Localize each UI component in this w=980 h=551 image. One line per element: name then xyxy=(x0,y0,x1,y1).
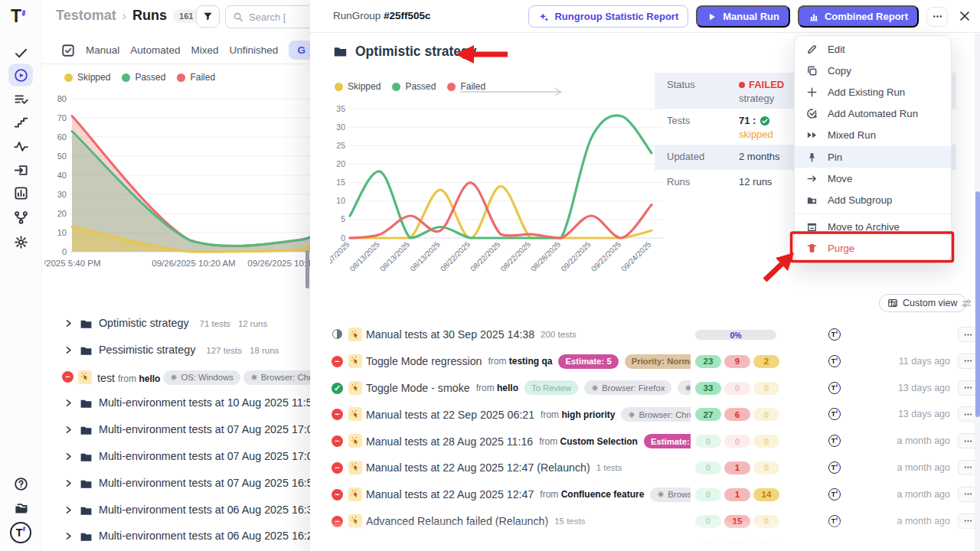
menu-item-add-existing-run[interactable]: Add Existing Run xyxy=(795,81,951,103)
badge: To Review xyxy=(524,380,578,395)
chevron-right-icon xyxy=(64,345,74,355)
rungroup-name[interactable]: Multi-environment tests at 06 Aug 2025 1… xyxy=(99,504,319,516)
run-name[interactable]: Manual tests at 30 Sep 2025 14:38 xyxy=(366,328,534,341)
ellipsis-icon xyxy=(963,356,973,366)
run-name[interactable]: Toggle Mode - smoke xyxy=(366,382,470,394)
menu-item-purge[interactable]: Purge xyxy=(795,238,951,259)
select-runs-icon[interactable] xyxy=(61,44,75,57)
obscured-text xyxy=(368,545,482,549)
rungroup-statistic-report-button[interactable]: Rungroup Statistic Report xyxy=(528,5,688,28)
menu-item-pin[interactable]: Pin xyxy=(795,146,951,168)
chevron-right-icon[interactable] xyxy=(64,478,74,491)
filter-button[interactable] xyxy=(196,5,220,28)
failed-status-icon: − xyxy=(332,489,343,500)
rungroup-name[interactable]: Pessimistic strategy127 tests18 runs xyxy=(99,344,279,356)
run-row[interactable]: Manual tests at 30 Sep 2025 14:38200 tes… xyxy=(310,321,980,348)
svg-text:40: 40 xyxy=(57,171,67,180)
combined-report-button[interactable]: Combined Report xyxy=(798,5,919,28)
run-row[interactable]: −Manual tests at 22 Aug 2025 12:47 (Rela… xyxy=(310,455,980,481)
chevron-right-icon[interactable] xyxy=(64,504,74,518)
bar-chart-icon xyxy=(808,11,819,22)
menu-item-add-automated-run[interactable]: Add Automated Run xyxy=(795,103,951,125)
run-row[interactable]: −Manual tests at 22 Sep 2025 06:21from h… xyxy=(310,401,980,428)
fast-forward-icon xyxy=(806,129,818,141)
sidebar-item-projects-folder[interactable] xyxy=(8,497,33,520)
skipped-count-pill: 0 xyxy=(753,435,779,448)
branches-icon xyxy=(14,210,28,225)
run-name[interactable]: Manual tests at 28 Aug 2025 11:16 xyxy=(366,435,533,448)
run-name[interactable]: Manual tests at 22 Sep 2025 06:21 xyxy=(366,409,534,421)
manual-run-button[interactable]: Manual Run xyxy=(696,5,790,28)
menu-item-copy[interactable]: Copy xyxy=(795,60,951,81)
svg-text:10: 10 xyxy=(57,228,67,237)
chevron-right-icon[interactable] xyxy=(64,424,74,438)
info-value: 71 : xyxy=(739,115,770,126)
run-row[interactable]: −Manual tests at 28 Aug 2025 11:16from C… xyxy=(310,428,980,455)
tab-unfinished[interactable]: Unfinished xyxy=(230,44,279,56)
badge: Priority: Normal xyxy=(625,354,691,369)
menu-item-mixed-run[interactable]: Mixed Run xyxy=(795,125,951,146)
sidebar-item-run-list[interactable] xyxy=(8,87,33,110)
custom-view-button[interactable]: Custom view xyxy=(879,294,966,312)
run-name[interactable]: Toggle Mode regression xyxy=(366,355,482,367)
sidebar-item-pulse[interactable] xyxy=(8,135,33,158)
manual-test-icon xyxy=(348,514,362,528)
failed-count-pill: 0 xyxy=(724,382,750,395)
page-scrollbar-thumb[interactable] xyxy=(305,250,309,289)
chevron-right-icon xyxy=(64,452,74,461)
tab-automated[interactable]: Automated xyxy=(130,44,180,56)
menu-item-move[interactable]: Move xyxy=(795,168,951,189)
manual-test-icon xyxy=(348,407,362,421)
run-row[interactable]: −Toggle Mode regressionfrom testing qaEs… xyxy=(310,348,980,375)
rungroup-name[interactable]: Multi-environment tests at 10 Aug 2025 1… xyxy=(99,396,318,409)
menu-item-add-subgroup[interactable]: Add Subgroup xyxy=(795,189,951,210)
folder-icon xyxy=(80,478,93,491)
tab-mixed[interactable]: Mixed xyxy=(191,44,219,56)
sidebar-item-import[interactable] xyxy=(8,158,33,181)
cursor-click-icon xyxy=(351,516,361,526)
menu-item-move-to-archive[interactable]: Move to Archive xyxy=(795,217,951,238)
rungroup-name[interactable]: Multi-environment tests at 07 Aug 2025 1… xyxy=(99,477,319,489)
info-subvalue: skipped xyxy=(739,129,773,140)
sidebar-item-branches[interactable] xyxy=(8,206,33,229)
run-name[interactable]: Advanced Relaunch failed (Relaunch) xyxy=(366,515,548,527)
breadcrumb-brand[interactable]: Testomat xyxy=(56,8,116,24)
run-name[interactable]: test from hello OS: Windows Browser: Chr… xyxy=(97,370,335,385)
panel-more-button[interactable] xyxy=(926,7,948,27)
run-row[interactable]: ✓Toggle Mode - smokefrom helloTo ReviewB… xyxy=(310,375,980,402)
sidebar-item-runs-play[interactable] xyxy=(8,64,33,86)
passed-count-pill: 33 xyxy=(695,382,721,395)
folder-icon xyxy=(80,451,93,464)
chevron-right-icon[interactable] xyxy=(64,318,74,331)
legend-item: Passed xyxy=(122,72,165,83)
view-settings-icon[interactable] xyxy=(961,298,972,312)
table-gear-icon xyxy=(887,298,898,308)
panel-close-icon[interactable] xyxy=(959,10,972,24)
tab-manual[interactable]: Manual xyxy=(86,44,119,56)
sidebar-item-help[interactable] xyxy=(8,472,33,495)
run-row[interactable] xyxy=(310,534,980,551)
sidebar-item-steps[interactable] xyxy=(8,110,33,133)
rungroup-name[interactable]: Multi-environment tests at 07 Aug 2025 1… xyxy=(99,450,319,462)
chevron-right-icon[interactable] xyxy=(64,397,74,411)
testomat-logo-icon[interactable]: T xyxy=(11,6,25,27)
run-row[interactable]: −Manual tests at 22 Aug 2025 12:47from C… xyxy=(310,481,980,508)
badge: Browser: Chrom xyxy=(650,487,691,502)
panel-scrollbar-thumb[interactable] xyxy=(975,191,980,417)
run-name[interactable]: Manual tests at 22 Aug 2025 12:47 (Relau… xyxy=(366,461,590,474)
skipped-count-pill xyxy=(753,541,779,551)
cursor-click-icon xyxy=(351,462,361,472)
sidebar-item-settings-gear[interactable] xyxy=(8,230,33,253)
rungroup-name[interactable]: Multi-environment tests at 07 Aug 2025 1… xyxy=(99,423,319,435)
menu-item-edit[interactable]: Edit xyxy=(795,38,951,60)
rungroup-name[interactable]: Multi-environment tests at 06 Aug 2025 1… xyxy=(99,530,319,542)
sidebar-item-tests-check[interactable] xyxy=(8,41,33,64)
profile-avatar[interactable]: T xyxy=(10,522,31,543)
sidebar-item-analytics[interactable] xyxy=(8,181,33,204)
rungroup-name[interactable]: Optimistic strategy71 tests12 runs xyxy=(99,317,267,329)
chevron-right-icon[interactable] xyxy=(64,344,74,358)
run-name[interactable]: Manual tests at 22 Aug 2025 12:47 xyxy=(366,488,534,500)
chevron-right-icon[interactable] xyxy=(64,451,74,465)
chevron-right-icon[interactable] xyxy=(64,530,74,544)
run-row[interactable]: −Advanced Relaunch failed (Relaunch)15 t… xyxy=(310,508,980,535)
